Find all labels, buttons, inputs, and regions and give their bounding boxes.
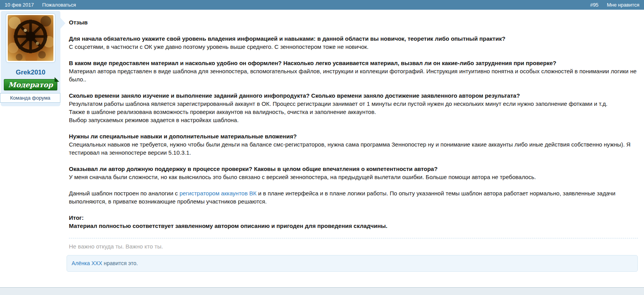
forum-post-page: 10 фев 2017 Пожаловаться #95 Мне нравитс… — [0, 0, 644, 295]
post-line: С соцсетями, в частности с ОК уже давно … — [69, 43, 638, 51]
post-answer-text: Также в шаблоне реализована возможность … — [69, 109, 376, 115]
message-arrow — [60, 18, 65, 29]
black-sun-mosaic-icon — [8, 15, 53, 61]
post-answer-text: Результатом работы шаблона является заре… — [69, 100, 608, 107]
post-question-text: Отзыв — [69, 19, 88, 26]
post-answer-text: Специальных навыков не требуется, нужно … — [69, 141, 630, 156]
post-date: 10 фев 2017 — [5, 2, 34, 8]
post-answer-text: Данный шаблон построен по аналогии с — [69, 190, 180, 197]
post-answer-text: Материал автора представлен в виде шабло… — [69, 68, 637, 83]
report-link[interactable]: Пожаловаться — [42, 2, 76, 8]
moderator-banner: Модератор — [4, 79, 57, 90]
post-answer-text: С соцсетями, в частности с ОК уже давно … — [69, 43, 368, 50]
post-paragraph: Оказывал ли автор должную поддержку в пр… — [69, 165, 638, 181]
post-meta-right: #95 Мне нравится — [583, 2, 639, 8]
post-line: Для начала обязательно укажите свой уров… — [69, 35, 638, 43]
signature: Не важно откуда ты. Важно кто ты. — [69, 238, 638, 250]
post-line: Нужны ли специальные навыки и дополнител… — [69, 132, 638, 140]
post-paragraph: Для начала обязательно укажите свой уров… — [69, 35, 638, 51]
post-body: Grek2010 Модератор Команда форума ОтзывД… — [0, 10, 644, 287]
post-line: Материал полностью соответствует заявлен… — [69, 222, 638, 230]
moderator-banner-label: Модератор — [8, 81, 53, 89]
like-button[interactable]: Мне нравится — [607, 2, 639, 8]
post-line: Итог: — [69, 214, 638, 222]
post-line: Материал автора представлен в виде шабло… — [69, 67, 638, 83]
likes-suffix: нравится это. — [102, 260, 138, 266]
avatar[interactable] — [6, 13, 55, 63]
post-paragraph: Итог:Материал полностью соответствует за… — [69, 214, 638, 230]
username-link[interactable]: Grek2010 — [1, 69, 60, 76]
post-question-text: Итог: — [69, 214, 84, 221]
post-line: Выбор запускаемых режимов задается в нас… — [69, 116, 638, 124]
post-paragraph: В каком виде предоставлен материал и нас… — [69, 59, 638, 83]
post-line: Сколько времени заняло изучение и выполн… — [69, 91, 638, 100]
user-team-label: Команда форума — [0, 93, 60, 103]
post-question-text: В каком виде предоставлен материал и нас… — [69, 60, 556, 66]
post-paragraph: Отзыв — [69, 18, 638, 26]
post-line: Результатом работы шаблона является заре… — [69, 100, 638, 108]
post-paragraph: Сколько времени заняло изучение и выполн… — [69, 91, 638, 124]
likes-bar: Алёнка XXX нравится это. — [67, 255, 638, 272]
post-meta-left: 10 фев 2017 Пожаловаться — [5, 2, 83, 8]
post-question-text: Материал полностью соответствует заявлен… — [69, 223, 387, 229]
post-line: Также в шаблоне реализована возможность … — [69, 108, 638, 116]
post-line: Отзыв — [69, 18, 638, 26]
page-background-strip — [0, 287, 644, 295]
user-info-block: Grek2010 Модератор Команда форума — [1, 11, 60, 106]
post-answer-text: Выбор запускаемых режимов задается в нас… — [69, 117, 239, 123]
post-question-text: Сколько времени заняло изучение и выполн… — [69, 92, 520, 99]
post-question-text: Оказывал ли автор должную поддержку в пр… — [69, 166, 438, 172]
liker-link[interactable]: Алёнка XXX — [72, 260, 102, 266]
post-inline-link[interactable]: регистратором аккаунтов ВК — [180, 190, 257, 197]
post-line: Данный шаблон построен по аналогии с рег… — [69, 189, 638, 205]
message-content: ОтзывДля начала обязательно укажите свой… — [69, 18, 638, 272]
post-question-text: Для начала обязательно укажите свой уров… — [69, 35, 505, 42]
post-paragraph: Данный шаблон построен по аналогии с рег… — [69, 189, 638, 205]
post-question-text: Нужны ли специальные навыки и дополнител… — [69, 133, 297, 140]
post-line: Оказывал ли автор должную поддержку в пр… — [69, 165, 638, 173]
post-paragraph: Нужны ли специальные навыки и дополнител… — [69, 132, 638, 157]
post-line: В каком виде предоставлен материал и нас… — [69, 59, 638, 67]
post-number-link[interactable]: #95 — [590, 2, 599, 8]
post-meta-bar: 10 фев 2017 Пожаловаться #95 Мне нравитс… — [0, 0, 644, 10]
post-line: Специальных навыков не требуется, нужно … — [69, 140, 638, 157]
post-text: ОтзывДля начала обязательно укажите свой… — [69, 18, 638, 230]
post-answer-text: У меня сначала были сложности, но как вы… — [69, 174, 536, 180]
post-line: У меня сначала были сложности, но как вы… — [69, 173, 638, 181]
